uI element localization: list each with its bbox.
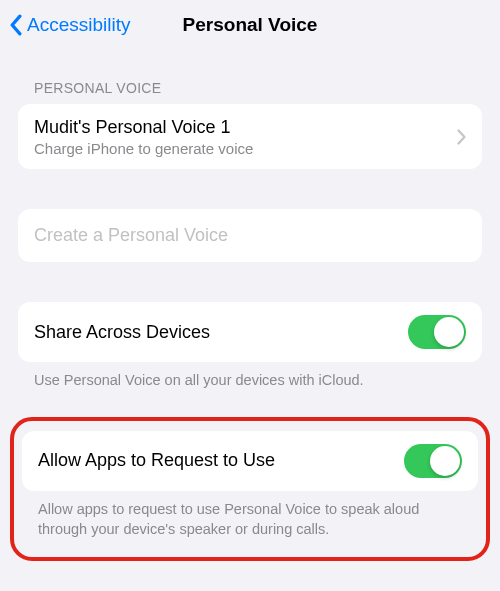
personal-voice-row[interactable]: Mudit's Personal Voice 1 Charge iPhone t… [18, 104, 482, 169]
share-footer-text: Use Personal Voice on all your devices w… [18, 362, 482, 391]
allow-apps-row: Allow Apps to Request to Use [22, 431, 478, 491]
content-area: PERSONAL VOICE Mudit's Personal Voice 1 … [0, 50, 500, 561]
chevron-left-icon [8, 14, 23, 36]
highlight-callout: Allow Apps to Request to Use Allow apps … [10, 417, 490, 561]
voice-cell-text: Mudit's Personal Voice 1 Charge iPhone t… [34, 116, 457, 157]
toggle-knob [430, 446, 460, 476]
create-label: Create a Personal Voice [34, 225, 466, 246]
navigation-bar: Accessibility Personal Voice [0, 0, 500, 50]
voice-status-label: Charge iPhone to generate voice [34, 140, 457, 157]
share-toggle[interactable] [408, 315, 466, 349]
allow-footer-text: Allow apps to request to use Personal Vo… [22, 491, 478, 539]
share-label: Share Across Devices [34, 322, 210, 343]
back-label: Accessibility [27, 14, 130, 36]
page-title: Personal Voice [183, 14, 318, 36]
toggle-knob [434, 317, 464, 347]
chevron-right-icon [457, 129, 466, 145]
allow-toggle[interactable] [404, 444, 462, 478]
back-button[interactable]: Accessibility [8, 14, 130, 36]
allow-label: Allow Apps to Request to Use [38, 450, 275, 471]
section-header-personal-voice: PERSONAL VOICE [18, 50, 482, 104]
share-across-devices-row: Share Across Devices [18, 302, 482, 362]
voice-name-label: Mudit's Personal Voice 1 [34, 116, 457, 139]
create-personal-voice-button[interactable]: Create a Personal Voice [18, 209, 482, 262]
